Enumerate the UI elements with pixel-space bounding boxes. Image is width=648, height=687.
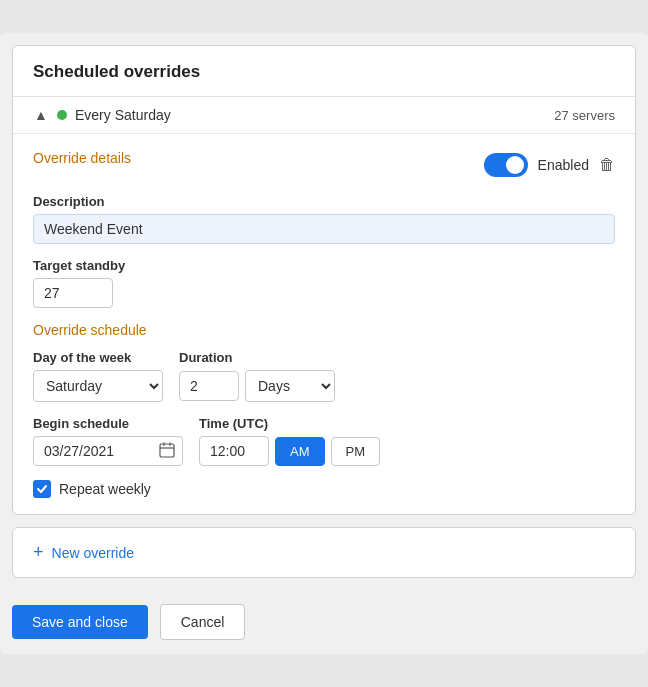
override-schedule-label: Override schedule [33,322,615,338]
begin-time-row: Begin schedule [33,416,615,466]
time-input[interactable] [199,436,269,466]
page-title: Scheduled overrides [33,62,200,81]
date-input-wrapper [33,436,183,466]
description-group: Description [33,194,615,244]
cancel-button[interactable]: Cancel [160,604,246,640]
day-of-week-label: Day of the week [33,350,163,365]
target-standby-input[interactable] [33,278,113,308]
duration-unit-select[interactable]: Hours Days Weeks [245,370,335,402]
duration-label: Duration [179,350,335,365]
schedule-name: Every Saturday [75,107,554,123]
duration-group: Duration Hours Days Weeks [179,350,335,402]
new-override-panel: + New override [12,527,636,578]
schedule-row: ▲ Every Saturday 27 servers [13,97,635,134]
override-schedule-section: Override schedule Day of the week Sunday… [33,322,615,498]
time-group: AM PM [199,436,380,466]
day-of-week-select[interactable]: Sunday Monday Tuesday Wednesday Thursday… [33,370,163,402]
time-label: Time (UTC) [199,416,380,431]
enabled-toggle[interactable] [484,153,528,177]
target-standby-group: Target standby [33,258,615,308]
details-right: Enabled 🗑 [484,153,615,177]
time-group-field: Time (UTC) AM PM [199,416,380,466]
delete-icon[interactable]: 🗑 [599,156,615,174]
repeat-weekly-label: Repeat weekly [59,481,151,497]
override-details-label: Override details [33,150,131,166]
server-count: 27 servers [554,108,615,123]
date-input[interactable] [33,436,183,466]
repeat-weekly-row[interactable]: Repeat weekly [33,480,615,498]
target-standby-label: Target standby [33,258,615,273]
new-override-label: New override [52,545,134,561]
day-of-week-group: Day of the week Sunday Monday Tuesday We… [33,350,163,402]
plus-icon: + [33,542,44,563]
chevron-up-icon[interactable]: ▲ [33,107,49,123]
description-label: Description [33,194,615,209]
new-override-row[interactable]: + New override [13,528,635,577]
pm-button[interactable]: PM [331,437,381,466]
repeat-weekly-checkbox[interactable] [33,480,51,498]
description-input[interactable] [33,214,615,244]
begin-schedule-group: Begin schedule [33,416,183,466]
details-header: Override details Enabled 🗑 [33,150,615,180]
footer: Save and close Cancel [0,590,648,654]
begin-schedule-label: Begin schedule [33,416,183,431]
status-dot [57,110,67,120]
duration-input[interactable] [179,371,239,401]
day-duration-row: Day of the week Sunday Monday Tuesday We… [33,350,615,402]
am-button[interactable]: AM [275,437,325,466]
save-close-button[interactable]: Save and close [12,605,148,639]
enabled-label: Enabled [538,157,589,173]
